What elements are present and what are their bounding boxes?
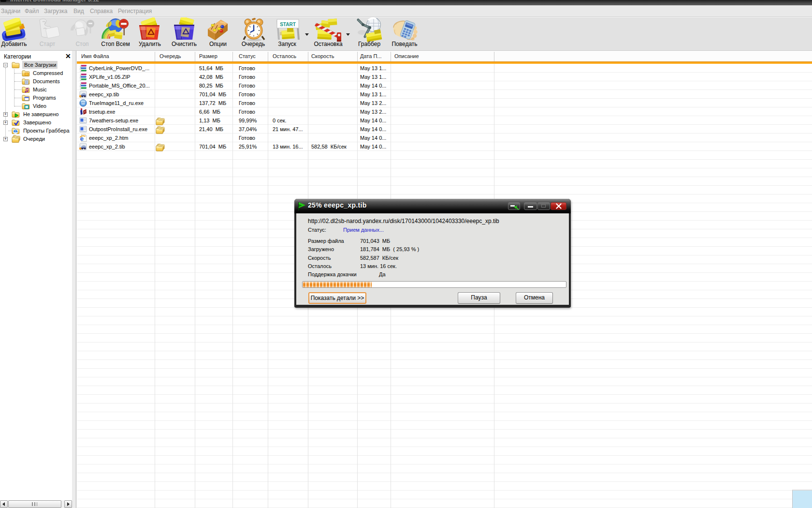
svg-text:START: START <box>280 22 296 27</box>
